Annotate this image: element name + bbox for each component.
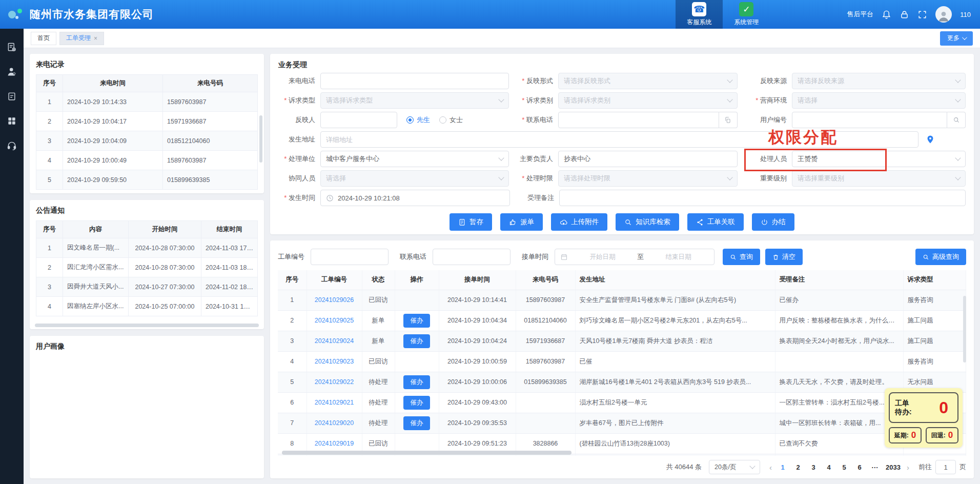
- address-input[interactable]: [320, 131, 918, 148]
- order-link[interactable]: 20241029021: [315, 399, 354, 406]
- order-link[interactable]: 20241029024: [315, 337, 354, 345]
- headset-icon[interactable]: [7, 140, 17, 151]
- chevron-down-icon: [955, 77, 961, 83]
- chevron-down-icon: [498, 155, 504, 160]
- occur-time-picker[interactable]: 2024-10-29 10:21:08: [320, 190, 510, 206]
- call-record-row[interactable]: 32024-10-29 10:04:09018512104060: [36, 131, 258, 151]
- doc-settings-icon[interactable]: [7, 42, 17, 52]
- tab-work-order[interactable]: 工单受理 ×: [59, 32, 104, 45]
- prev-page-icon[interactable]: ‹: [767, 463, 774, 472]
- upload-attachment-button[interactable]: 上传附件: [551, 213, 607, 231]
- order-link[interactable]: 20241029025: [315, 317, 354, 324]
- nav-customer-service[interactable]: ☎ 客服系统: [676, 0, 723, 29]
- order-link[interactable]: 20241029019: [315, 440, 354, 447]
- reflect-person-input[interactable]: [320, 112, 397, 128]
- vertical-scrollbar[interactable]: [963, 296, 966, 362]
- copy-icon[interactable]: [719, 112, 738, 128]
- document-icon[interactable]: [7, 91, 17, 102]
- knowledge-base-search-button[interactable]: 知识库检索: [616, 213, 679, 231]
- contact-phone-group: [558, 112, 738, 128]
- location-pin-icon[interactable]: [926, 135, 935, 144]
- page-number[interactable]: 1: [776, 460, 789, 474]
- co-person-select[interactable]: 请选择: [320, 170, 509, 187]
- call-record-row[interactable]: 22024-10-29 10:04:1715971936687: [36, 112, 258, 131]
- call-record-row[interactable]: 12024-10-29 10:14:3315897603987: [36, 92, 258, 112]
- clear-button[interactable]: 清空: [765, 249, 803, 265]
- nav-system-admin[interactable]: ✓ 系统管理: [723, 0, 770, 29]
- main-leader-field[interactable]: 抄表中心: [558, 151, 738, 167]
- urge-button[interactable]: 催办: [403, 334, 430, 348]
- bell-icon[interactable]: [882, 10, 891, 19]
- scrollbar-thumb[interactable]: [35, 324, 259, 327]
- delay-count: 0: [911, 430, 916, 440]
- page-ellipsis[interactable]: ···: [868, 460, 882, 474]
- order-no-input[interactable]: [311, 249, 389, 265]
- reflect-form-select[interactable]: 请选择反映形式: [558, 73, 738, 89]
- remark-input[interactable]: [559, 190, 966, 206]
- lock-icon[interactable]: [900, 10, 909, 19]
- urge-button[interactable]: 催办: [403, 416, 430, 430]
- search-phone-input[interactable]: [433, 249, 511, 265]
- advanced-query-button[interactable]: 高级查询: [915, 249, 966, 265]
- chevron-down-icon: [955, 174, 961, 180]
- user-no-input[interactable]: [792, 112, 947, 128]
- importance-select[interactable]: 请选择重要级别: [792, 170, 966, 187]
- gender-female-radio[interactable]: 女士: [439, 115, 463, 125]
- appeal-category-select[interactable]: 请选择诉求类别: [558, 92, 738, 109]
- page-number[interactable]: 6: [853, 460, 866, 474]
- search-icon: [923, 254, 929, 260]
- dispatch-button[interactable]: 派单: [500, 213, 543, 231]
- next-page-icon[interactable]: ›: [905, 463, 911, 472]
- tab-close-icon[interactable]: ×: [94, 35, 97, 42]
- date-range-picker[interactable]: 开始日期 至 结束日期: [555, 249, 714, 265]
- page-number[interactable]: 5: [838, 460, 851, 474]
- table-row: 1 20241029026 已回访 2024-10-29 10:14:41 15…: [278, 290, 966, 310]
- handler-select[interactable]: 王赟赟: [792, 151, 966, 167]
- call-record-row[interactable]: 52024-10-29 09:59:50015899639385: [36, 170, 258, 190]
- cloud-upload-icon: [560, 218, 567, 226]
- search-icon[interactable]: [947, 112, 966, 128]
- business-env-select[interactable]: 请选择: [792, 92, 966, 109]
- more-button[interactable]: 更多: [940, 31, 973, 46]
- tab-home[interactable]: 首页: [31, 32, 56, 45]
- call-record-row[interactable]: 42024-10-29 10:00:4915897603987: [36, 151, 258, 170]
- urge-button[interactable]: 催办: [403, 375, 430, 389]
- urge-button[interactable]: 催办: [403, 314, 430, 328]
- call-phone-input[interactable]: [320, 73, 509, 89]
- grid-icon[interactable]: [7, 116, 17, 126]
- person-star-icon[interactable]: [7, 67, 17, 77]
- column-header: 来电号码: [163, 75, 258, 92]
- page-size-select[interactable]: 20条/页: [709, 460, 760, 474]
- power-icon: [761, 218, 768, 226]
- order-link[interactable]: 20241029020: [315, 419, 354, 427]
- link-work-order-button[interactable]: 工单关联: [687, 213, 744, 231]
- gender-male-radio[interactable]: 先生: [406, 115, 430, 125]
- order-link[interactable]: 20241029022: [315, 378, 354, 386]
- save-draft-button[interactable]: 暂存: [450, 213, 492, 231]
- notice-row[interactable]: 2因汇龙湾小区需水...2024-10-28 07:30:002024-11-0…: [36, 258, 258, 277]
- horizontal-scrollbar[interactable]: [282, 451, 571, 455]
- after-sales-platform-link[interactable]: 售后平台: [847, 10, 873, 19]
- fullscreen-icon[interactable]: [917, 10, 927, 19]
- share-icon: [696, 218, 704, 226]
- contact-phone-input[interactable]: [558, 112, 719, 128]
- page-number[interactable]: 3: [807, 460, 820, 474]
- page-number[interactable]: 4: [822, 460, 835, 474]
- urge-button[interactable]: 催办: [403, 396, 430, 410]
- scrollbar-thumb[interactable]: [259, 115, 262, 163]
- handle-limit-select[interactable]: 请选择处理时限: [558, 170, 738, 187]
- query-button[interactable]: 查询: [723, 249, 760, 265]
- notice-row[interactable]: 4因塞纳左岸小区水...2024-10-25 07:00:002024-10-3…: [36, 297, 258, 316]
- reflect-source-select[interactable]: 请选择反映来源: [792, 73, 966, 89]
- page-number[interactable]: 2: [791, 460, 805, 474]
- user-avatar[interactable]: [935, 6, 952, 23]
- order-link[interactable]: 20241029023: [315, 358, 354, 365]
- page-number[interactable]: 2033: [884, 460, 903, 474]
- handle-unit-select[interactable]: 城中客户服务中心: [320, 151, 509, 167]
- notice-row[interactable]: 1因文峰名居一期(...2024-10-28 07:30:002024-11-0…: [36, 238, 258, 258]
- finish-button[interactable]: 办结: [752, 213, 794, 231]
- appeal-type-select[interactable]: 请选择诉求类型: [320, 92, 509, 109]
- goto-page-input[interactable]: [935, 460, 956, 474]
- notice-row[interactable]: 3因舜井大道天风小...2024-10-27 07:30:002024-11-0…: [36, 277, 258, 297]
- order-link[interactable]: 20241029026: [315, 296, 354, 304]
